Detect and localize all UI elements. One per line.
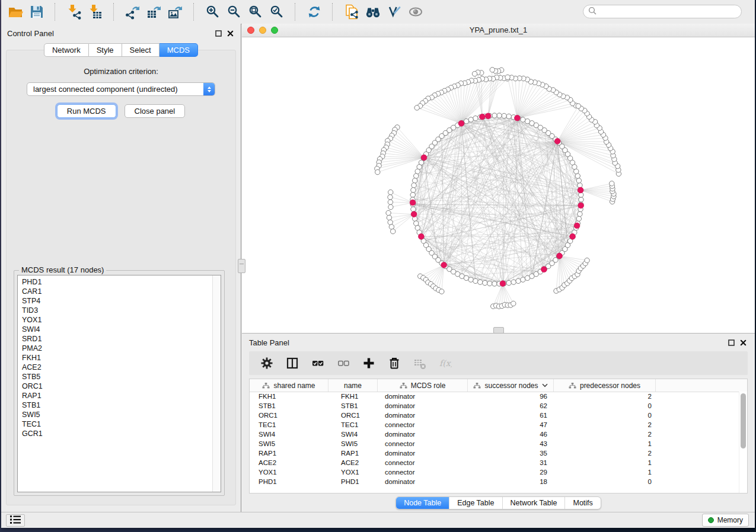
mcds-result-item[interactable]: SWI5 [22, 410, 212, 419]
memory-button[interactable]: Memory [702, 514, 749, 527]
list-scrollbar[interactable] [212, 275, 221, 492]
mcds-result-list[interactable]: PHD1CAR1STP4TID3YOX1SWI4SRD1PMA2FKH1ACE2… [17, 275, 221, 492]
close-panel-icon[interactable] [227, 30, 234, 37]
cell: 0 [554, 412, 656, 419]
panel-divider-grip[interactable] [238, 259, 245, 273]
optimization-criterion-select[interactable]: largest connected component (undirected) [27, 82, 215, 96]
search-box[interactable] [583, 5, 742, 18]
tab-network[interactable]: Network [44, 43, 89, 57]
export-document-icon[interactable] [343, 4, 359, 20]
run-mcds-button[interactable]: Run MCDS [57, 104, 116, 118]
mcds-result-item[interactable]: RAP1 [22, 391, 212, 400]
tab-node-table[interactable]: Node Table [396, 497, 449, 509]
network-canvas[interactable] [242, 37, 755, 333]
cell: 46 [468, 431, 554, 438]
mcds-result-item[interactable]: ACE2 [22, 363, 212, 372]
table-row[interactable]: FKH1FKH1dominator962 [250, 392, 739, 401]
mcds-result-item[interactable]: GCR1 [22, 429, 212, 438]
zoom-out-icon[interactable] [226, 4, 242, 20]
tab-select[interactable]: Select [122, 43, 160, 57]
table-row[interactable]: PHD1PHD1dominator180 [250, 477, 739, 486]
mcds-result-item[interactable]: FKH1 [22, 353, 212, 363]
open-session-icon[interactable] [7, 4, 23, 20]
optimization-criterion-label: Optimization criterion: [7, 67, 235, 76]
select-all-icon[interactable] [311, 356, 325, 370]
float-panel-icon[interactable] [215, 30, 222, 37]
function-builder-icon: f(x) [438, 356, 452, 370]
memory-status-icon [708, 517, 714, 523]
export-table-icon[interactable] [146, 4, 162, 20]
find-icon[interactable] [365, 4, 381, 20]
column-header-predecessor-nodes[interactable]: predecessor nodes [554, 379, 656, 392]
mcds-result-item[interactable]: SWI4 [22, 325, 212, 334]
task-list-icon [9, 515, 21, 527]
import-network-icon[interactable] [66, 4, 82, 20]
mcds-result-item[interactable]: TEC1 [22, 419, 212, 429]
refresh-icon[interactable] [306, 4, 322, 20]
tab-style[interactable]: Style [89, 43, 122, 57]
table-row[interactable]: ACE2ACE2connector311 [250, 458, 739, 467]
control-panel: Control Panel NetworkStyleSelectMCDS Opt… [1, 24, 241, 512]
import-table-icon[interactable] [87, 4, 103, 20]
memory-label: Memory [717, 516, 743, 524]
zoom-selected-icon[interactable] [269, 4, 285, 20]
selected-criterion: largest connected component (undirected) [27, 85, 203, 94]
mcds-result-item[interactable]: YOX1 [22, 315, 212, 325]
mcds-result-item[interactable]: TID3 [22, 306, 212, 315]
table-body: FKH1FKH1dominator962STB1STB1dominator620… [250, 392, 739, 493]
table-scrollbar[interactable] [739, 392, 747, 493]
export-image-icon[interactable] [167, 4, 183, 20]
mcds-result-item[interactable]: STB1 [22, 400, 212, 410]
cell: 18 [468, 478, 554, 485]
mcds-result-item[interactable]: PHD1 [22, 277, 212, 287]
close-panel-button[interactable]: Close panel [125, 104, 186, 118]
tab-edge-table[interactable]: Edge Table [449, 497, 502, 509]
mcds-result-item[interactable]: PMA2 [22, 344, 212, 353]
create-column-icon[interactable] [362, 356, 376, 370]
column-header-shared-name[interactable]: shared name [250, 379, 328, 392]
cell: YOX1 [250, 469, 328, 476]
tab-network-table[interactable]: Network Table [502, 497, 565, 509]
table-row[interactable]: TEC1TEC1connector472 [250, 420, 739, 430]
mcds-result-item[interactable]: SRD1 [22, 334, 212, 344]
show-hide-details-icon[interactable] [407, 4, 423, 20]
mcds-result-item[interactable]: CAR1 [22, 287, 212, 296]
cell: 61 [468, 412, 554, 419]
mcds-result-item[interactable]: STB5 [22, 372, 212, 382]
deselect-all-icon[interactable] [336, 356, 350, 370]
cell: connector [378, 459, 468, 466]
zoom-fit-icon[interactable] [247, 4, 263, 20]
zoom-in-icon[interactable] [205, 4, 221, 20]
column-header-successor-nodes[interactable]: successor nodes [468, 379, 554, 392]
column-header-MCDS-role[interactable]: MCDS role [378, 379, 468, 392]
delete-columns-icon[interactable] [387, 356, 401, 370]
export-network-icon[interactable] [125, 4, 141, 20]
table-row[interactable]: SWI4SWI4dominator462 [250, 430, 739, 439]
cell: 31 [468, 459, 554, 466]
table-scrollbar-thumb[interactable] [741, 393, 746, 448]
search-input[interactable] [599, 7, 741, 17]
task-history-button[interactable] [6, 514, 25, 527]
style-edit-icon[interactable] [386, 4, 402, 20]
mcds-result-item[interactable]: ORC1 [22, 382, 212, 391]
table-row[interactable]: RAP1RAP1dominator352 [250, 448, 739, 458]
save-session-icon[interactable] [28, 4, 44, 20]
cell: dominator [378, 393, 468, 400]
tab-motifs[interactable]: Motifs [564, 497, 600, 509]
network-window-titlebar: YPA_prune.txt_1 [242, 24, 755, 37]
column-header-name[interactable]: name [328, 379, 378, 392]
table-row[interactable]: YOX1YOX1connector291 [250, 467, 739, 477]
close-table-panel-icon[interactable] [740, 339, 747, 346]
table-divider-grip[interactable] [493, 327, 504, 334]
tab-mcds[interactable]: MCDS [160, 43, 198, 57]
select-stepper-icon [203, 83, 215, 95]
float-table-panel-icon[interactable] [728, 339, 735, 346]
table-row[interactable]: SWI5SWI5connector431 [250, 439, 739, 448]
table-settings-icon[interactable] [260, 356, 274, 370]
mcds-result-item[interactable]: STP4 [22, 296, 212, 306]
cell: TEC1 [328, 421, 378, 428]
table-row[interactable]: STB1STB1dominator620 [250, 401, 739, 411]
table-row[interactable]: ORC1ORC1dominator610 [250, 411, 739, 420]
control-panel-title: Control Panel [7, 29, 54, 38]
toggle-columns-icon[interactable] [285, 356, 299, 370]
